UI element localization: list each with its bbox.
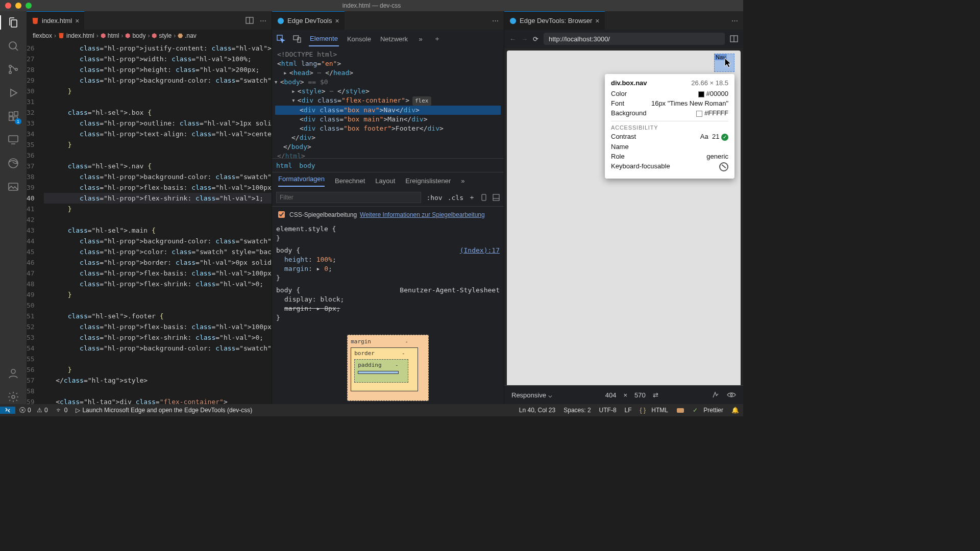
close-tab-icon[interactable]: × [75, 17, 79, 25]
dom-html-close[interactable]: </html> [275, 152, 501, 158]
image-icon[interactable] [6, 180, 20, 194]
reload-icon[interactable]: ⟳ [533, 35, 538, 43]
svg-rect-21 [493, 194, 499, 201]
width-value[interactable]: 404 [605, 391, 617, 399]
rotate-icon[interactable]: ⇄ [653, 391, 658, 399]
tab-elements[interactable]: Elemente [309, 32, 339, 46]
dom-tree[interactable]: <!DOCTYPE html> <html lang="en"> ▸<head>… [272, 48, 504, 158]
forward-icon[interactable]: → [521, 35, 528, 43]
tab-styles[interactable]: Formatvorlagen [278, 175, 325, 187]
dom-style[interactable]: ▸<style> ⋯ </style> [275, 87, 501, 96]
inspect-element-icon[interactable] [276, 34, 285, 43]
more-tabs-icon[interactable]: » [416, 34, 425, 43]
rule-origin-link[interactable]: (Index):17 [460, 246, 500, 255]
tab-console[interactable]: Konsole [346, 32, 372, 46]
computed-panel-icon[interactable] [493, 194, 500, 201]
address-bar[interactable]: http://localhost:3000/ [544, 33, 725, 45]
flex-badge[interactable]: flex [412, 96, 431, 106]
tab-computed[interactable]: Berechnet [335, 177, 365, 185]
page-preview[interactable]: Nav div.box.nav26.66 × 18.5 Color#00000 … [507, 51, 741, 385]
dom-nav-selected[interactable]: <div class="box nav">Nav</div> [275, 106, 501, 115]
tab-index-html[interactable]: index.html × [27, 11, 84, 30]
bc-html[interactable]: html [276, 162, 292, 169]
more-actions-icon[interactable]: ⋯ [260, 17, 266, 24]
css-mirror-checkbox[interactable] [278, 211, 285, 218]
indentation[interactable]: Spaces: 2 [559, 407, 595, 414]
settings-gear-icon[interactable] [6, 390, 20, 404]
prettier-status[interactable]: ✓ Prettier [689, 407, 727, 414]
svg-rect-8 [9, 136, 18, 142]
eol[interactable]: LF [621, 407, 636, 414]
remote-explorer-icon[interactable] [6, 133, 20, 147]
more-actions-icon[interactable]: ⋯ [731, 17, 738, 24]
cls-toggle[interactable]: .cls [448, 194, 463, 202]
tab-eventlisteners[interactable]: Ereignislistener [405, 177, 451, 185]
cursor-position[interactable]: Ln 40, Col 23 [515, 407, 559, 414]
back-icon[interactable]: ← [509, 35, 516, 43]
warning-icon: ⚠ [37, 407, 42, 414]
extensions-icon[interactable]: 1 [6, 109, 20, 123]
more-actions-icon[interactable]: ⋯ [492, 17, 499, 24]
toggle-screencast-icon[interactable] [730, 35, 738, 43]
source-control-icon[interactable] [6, 62, 20, 77]
close-tab-icon[interactable]: × [595, 17, 599, 25]
add-tab-icon[interactable]: ＋ [432, 34, 442, 43]
error-icon: ⓧ [19, 406, 26, 415]
tab-network[interactable]: Netzwerk [379, 32, 409, 46]
code-editor[interactable]: 26 27 28 29 30 31 32 33 34 35 36 37 38 3… [27, 42, 272, 404]
dom-div-close[interactable]: </div> [275, 133, 501, 142]
responsive-dropdown[interactable]: Responsive ⌵ [511, 391, 552, 399]
device-toggle-icon[interactable] [292, 34, 302, 43]
css-mirror-link[interactable]: Weitere Informationen zur Spiegelbearbei… [360, 211, 485, 218]
hints-icon[interactable] [672, 406, 689, 414]
crumb-root: flexbox [33, 32, 52, 39]
hov-toggle[interactable]: :hov [426, 194, 442, 202]
browser-editor-tab: Edge DevTools: Browser × ⋯ [504, 11, 743, 30]
language-mode[interactable]: { } HTML [636, 407, 672, 414]
split-editor-icon[interactable] [246, 16, 254, 24]
tab-edge-browser[interactable]: Edge DevTools: Browser × [504, 11, 605, 30]
new-rule-icon[interactable]: ＋ [469, 193, 475, 202]
dom-body-close[interactable]: </body> [275, 142, 501, 152]
explorer-icon[interactable] [6, 15, 20, 30]
dom-breadcrumb[interactable]: html body [272, 158, 504, 172]
more-styles-tabs-icon[interactable]: » [461, 177, 464, 185]
styles-rules[interactable]: element.style { } body {(Index):17 heigh… [272, 222, 504, 404]
height-value[interactable]: 570 [634, 391, 646, 399]
close-tab-icon[interactable]: × [335, 17, 339, 25]
box-model[interactable]: margin - border - padding - [272, 335, 504, 401]
tab-edge-devtools[interactable]: Edge DevTools × [272, 11, 345, 30]
account-icon[interactable] [6, 366, 20, 381]
touch-emulate-icon[interactable] [712, 391, 720, 399]
launch-message[interactable]: ▷Launch Microsoft Edge and open the Edge… [71, 407, 256, 414]
encoding[interactable]: UTF-8 [595, 407, 621, 414]
dom-flex-container[interactable]: ▾<div class="flex-container">flex [275, 96, 501, 106]
vision-emulate-icon[interactable] [727, 392, 736, 398]
dom-body[interactable]: ⋯▾<body> == $0 [275, 78, 501, 87]
edge-icon[interactable] [6, 156, 20, 170]
svg-marker-15 [59, 33, 64, 39]
breadcrumbs[interactable]: flexbox› index.html› ⬢html› ⬢body› ⬢styl… [27, 30, 272, 42]
search-icon[interactable] [6, 39, 20, 53]
cursor-icon [724, 58, 731, 68]
run-debug-icon[interactable] [6, 86, 20, 100]
notifications-icon[interactable]: 🔔 [727, 407, 743, 414]
dom-doctype[interactable]: <!DOCTYPE html> [275, 50, 501, 59]
svg-rect-10 [9, 183, 18, 190]
code-body[interactable]: class="hl-prop">justify-content: class="… [44, 42, 272, 404]
dom-footer[interactable]: <div class="box footer">Footer</div> [275, 124, 501, 133]
extensions-badge: 1 [15, 118, 21, 124]
ports[interactable]: ᯤ0 [52, 407, 72, 414]
dom-main[interactable]: <div class="box main">Main</div> [275, 115, 501, 124]
styles-filter-input[interactable] [276, 192, 421, 203]
tab-layout[interactable]: Layout [375, 177, 395, 185]
problems-errors[interactable]: ⓧ0 ⚠0 [15, 406, 52, 415]
remote-indicator[interactable] [0, 407, 15, 414]
crumb-body: ⬢body [125, 32, 145, 39]
device-emulate-icon[interactable] [480, 194, 487, 201]
dom-html[interactable]: <html lang="en"> [275, 59, 501, 68]
dim-x: × [623, 391, 627, 399]
devtools-editor-tab: Edge DevTools × ⋯ [272, 11, 504, 30]
bc-body[interactable]: body [299, 162, 315, 169]
dom-head[interactable]: ▸<head> ⋯ </head> [275, 68, 501, 78]
